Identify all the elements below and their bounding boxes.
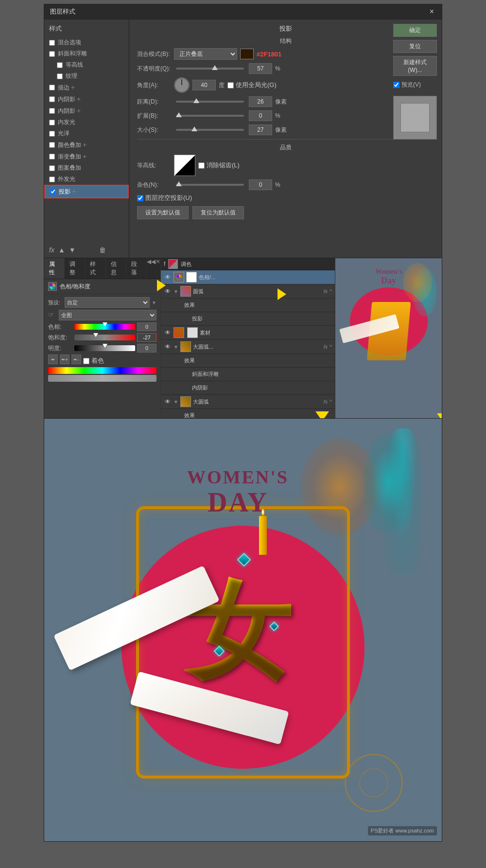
layer-huesat[interactable]: 👁 色相/...	[161, 270, 335, 284]
new-style-button[interactable]: 新建样式(W)...	[393, 56, 437, 76]
style-item-contour[interactable]: 等高线	[44, 59, 129, 71]
patternoverlay-checkbox[interactable]	[49, 165, 55, 171]
dropshadow-checkbox[interactable]	[50, 189, 56, 195]
dropshadow-add-icon[interactable]: ＋	[70, 187, 77, 196]
style-item-gradientoverlay[interactable]: 渐变叠加 ＋	[44, 151, 129, 162]
finger-tool-icon[interactable]: ☞	[48, 311, 57, 319]
innerglow-checkbox[interactable]	[49, 120, 55, 125]
anti-alias-checkbox[interactable]	[198, 162, 205, 169]
innershadow2-checkbox[interactable]	[49, 108, 55, 114]
style-item-coloroverlay[interactable]: 颜色叠加 ＋	[44, 139, 129, 151]
tab-adjustments[interactable]: 调整	[65, 258, 85, 279]
blend-checkbox[interactable]	[49, 40, 55, 46]
style-item-satin[interactable]: 光泽	[44, 128, 129, 139]
layer-dropshadow-yuanhu[interactable]: 投影	[161, 312, 335, 326]
style-item-innershadow1[interactable]: 内阴影 ＋	[44, 93, 129, 105]
eyedropper-remove-button[interactable]: ✒-	[71, 354, 81, 364]
reset-button[interactable]: 复位	[393, 40, 437, 53]
style-item-dropshadow[interactable]: 投影 ＋	[44, 185, 129, 198]
tab-info[interactable]: 信息	[106, 258, 126, 279]
noise-slider-track[interactable]	[176, 184, 244, 186]
layer-sucai[interactable]: 👁 素材	[161, 326, 335, 340]
gradientoverlay-add-icon[interactable]: ＋	[81, 152, 88, 161]
innershadow2-add-icon[interactable]: ＋	[75, 106, 82, 115]
preset-select[interactable]: 自定	[65, 297, 150, 308]
ok-button[interactable]: 确定	[393, 24, 437, 37]
channel-select[interactable]: 全图	[59, 310, 156, 320]
global-light-checkbox[interactable]	[227, 82, 234, 89]
layer-group-dayuanhu1[interactable]: 👁 ▼ 大圆弧... fx ^	[161, 340, 335, 354]
eye-icon-sucai[interactable]: 👁	[164, 329, 172, 337]
coloroverlay-checkbox[interactable]	[49, 142, 55, 148]
gradientoverlay-checkbox[interactable]	[49, 154, 55, 159]
eye-icon-dayuanhu2[interactable]: 👁	[164, 398, 172, 406]
layer-effect-dayuanhu1[interactable]: 效果	[161, 354, 335, 368]
outerglow-checkbox[interactable]	[49, 177, 55, 182]
sat-slider[interactable]	[74, 335, 135, 340]
blend-mode-select[interactable]: 正片叠底	[174, 48, 237, 60]
opacity-slider-track[interactable]	[176, 68, 244, 70]
stroke-add-icon[interactable]: ＋	[69, 83, 76, 92]
tab-paragraph[interactable]: 段落	[126, 258, 147, 279]
collapse-icon[interactable]: ◀◀	[147, 258, 156, 279]
style-item-stroke[interactable]: 描边 ＋	[44, 82, 129, 93]
innershadow1-checkbox[interactable]	[49, 96, 55, 102]
layer-bevel-dayuanhu1[interactable]: 斜面和浮雕	[161, 368, 335, 381]
reset-default-button[interactable]: 复位为默认值	[192, 206, 244, 219]
layer-group-yuanhu[interactable]: 👁 ▼ 圆弧 fx ^	[161, 284, 335, 299]
colorize-label[interactable]: 着色	[83, 356, 104, 365]
coloroverlay-add-icon[interactable]: ＋	[81, 141, 88, 149]
yuanhu-collapse-icon[interactable]: ^	[330, 289, 332, 294]
expand-dayuanhu1[interactable]: ▼	[174, 344, 178, 350]
knockout-checkbox[interactable]	[137, 195, 143, 201]
style-item-texture[interactable]: 纹理	[44, 71, 129, 82]
expand-yuanhu[interactable]: ▼	[174, 289, 178, 294]
layer-effect-dayuanhu2[interactable]: 效果	[161, 409, 335, 418]
size-slider-track[interactable]	[176, 129, 244, 131]
spread-input[interactable]	[249, 110, 272, 121]
tab-properties[interactable]: 属性	[44, 258, 65, 279]
noise-input[interactable]	[249, 179, 272, 190]
distance-input[interactable]	[249, 96, 272, 107]
stroke-checkbox[interactable]	[49, 85, 55, 90]
eyedropper-add-button[interactable]: ✒+	[60, 354, 69, 364]
preview-checkbox[interactable]	[393, 82, 399, 88]
satin-checkbox[interactable]	[49, 131, 55, 137]
close-button[interactable]: ×	[428, 7, 436, 16]
texture-checkbox[interactable]	[57, 73, 63, 79]
eyedropper-button[interactable]: ✒	[48, 354, 58, 364]
shadow-color-swatch[interactable]	[240, 49, 254, 59]
move-down-button[interactable]: ▼	[69, 246, 76, 254]
style-item-blend[interactable]: 混合选项	[44, 37, 129, 48]
close-panel-icon[interactable]: ✕	[156, 258, 160, 279]
tab-styles[interactable]: 样式	[85, 258, 105, 279]
contour-preview[interactable]	[174, 155, 195, 176]
contour-checkbox[interactable]	[57, 62, 63, 68]
global-light-label[interactable]: 使用全局光(G)	[227, 81, 277, 89]
size-input[interactable]	[249, 124, 272, 135]
bevel-checkbox[interactable]	[49, 51, 55, 57]
style-item-bevel[interactable]: 斜面和浮雕	[44, 48, 129, 59]
spread-slider-track[interactable]	[176, 115, 244, 117]
hue-slider[interactable]	[74, 324, 135, 330]
eye-icon-dayuanhu1[interactable]: 👁	[164, 343, 172, 351]
delete-style-button[interactable]: 🗑	[99, 246, 106, 254]
sat-value-input[interactable]	[137, 333, 156, 342]
angle-knob[interactable]	[174, 77, 190, 93]
style-item-innerglow[interactable]: 内发光	[44, 117, 129, 128]
style-item-innershadow2[interactable]: 内阴影 ＋	[44, 105, 129, 117]
light-value-input[interactable]	[137, 344, 156, 353]
style-item-patternoverlay[interactable]: 图案叠加	[44, 162, 129, 174]
expand-dayuanhu2[interactable]: ▼	[174, 399, 178, 405]
opacity-input[interactable]	[249, 63, 272, 74]
angle-input[interactable]	[192, 80, 216, 90]
layer-effect-yuanhu[interactable]: 效果	[161, 299, 335, 312]
distance-slider-track[interactable]	[176, 101, 244, 103]
layer-group-dayuanhu2[interactable]: 👁 ▼ 大圆弧 fx ^	[161, 395, 335, 409]
move-up-button[interactable]: ▲	[58, 246, 65, 254]
hue-value-input[interactable]	[137, 322, 156, 331]
anti-alias-label[interactable]: 消除锯齿(L)	[198, 161, 240, 170]
dayuanhu2-collapse-icon[interactable]: ^	[330, 399, 332, 405]
colorize-checkbox[interactable]	[83, 358, 89, 364]
light-slider[interactable]	[74, 345, 135, 351]
